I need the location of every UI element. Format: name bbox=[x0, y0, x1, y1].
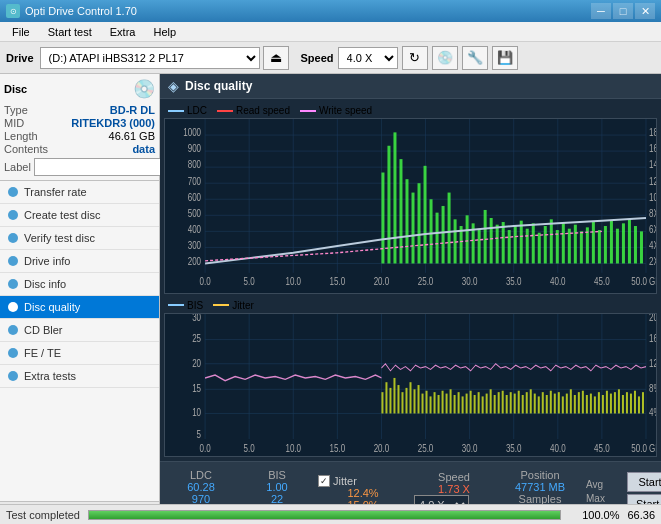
svg-rect-169 bbox=[530, 389, 532, 413]
ldc-avg: 60.28 bbox=[166, 481, 236, 493]
close-button[interactable]: ✕ bbox=[635, 3, 655, 19]
svg-text:12%: 12% bbox=[649, 356, 656, 369]
menu-file[interactable]: File bbox=[4, 24, 38, 40]
svg-rect-137 bbox=[401, 392, 403, 413]
nav-label-drive-info: Drive info bbox=[24, 255, 70, 267]
top-chart-section: LDC Read speed Write speed bbox=[164, 103, 657, 294]
svg-rect-175 bbox=[554, 393, 556, 413]
nav-dot bbox=[8, 371, 18, 381]
avg-row-label: Avg bbox=[586, 479, 621, 493]
svg-rect-71 bbox=[508, 230, 511, 263]
disc-type-row: Type BD-R DL bbox=[4, 104, 155, 116]
svg-rect-178 bbox=[566, 393, 568, 413]
sidebar-item-drive-info[interactable]: Drive info bbox=[0, 250, 159, 273]
sidebar-item-disc-info[interactable]: Disc info bbox=[0, 273, 159, 296]
nav-label-fe-te: FE / TE bbox=[24, 347, 61, 359]
menu-extra[interactable]: Extra bbox=[102, 24, 144, 40]
disc-contents-value: data bbox=[132, 143, 155, 155]
nav-dot bbox=[8, 279, 18, 289]
svg-rect-80 bbox=[562, 223, 565, 263]
svg-text:800: 800 bbox=[188, 158, 201, 170]
sidebar-item-disc-quality[interactable]: Disc quality bbox=[0, 296, 159, 319]
legend-write-speed-color bbox=[300, 110, 316, 112]
legend-jitter-label: Jitter bbox=[232, 300, 254, 311]
svg-rect-135 bbox=[393, 378, 395, 414]
sidebar-item-create-test-disc[interactable]: Create test disc bbox=[0, 204, 159, 227]
svg-rect-179 bbox=[570, 389, 572, 413]
bottom-chart-section: BIS Jitter bbox=[164, 298, 657, 457]
svg-rect-148 bbox=[446, 393, 448, 413]
svg-rect-160 bbox=[494, 395, 496, 413]
svg-rect-76 bbox=[538, 233, 541, 264]
content-title: Disc quality bbox=[185, 79, 252, 93]
svg-text:35.0: 35.0 bbox=[506, 275, 522, 287]
svg-rect-167 bbox=[522, 395, 524, 413]
svg-rect-172 bbox=[542, 392, 544, 413]
start-full-button[interactable]: Start full bbox=[627, 472, 661, 492]
svg-text:25.0: 25.0 bbox=[418, 441, 434, 454]
svg-text:50.0 GB: 50.0 GB bbox=[631, 441, 656, 454]
svg-rect-138 bbox=[405, 388, 407, 414]
save-button[interactable]: 💾 bbox=[492, 46, 518, 70]
refresh-button[interactable]: ↻ bbox=[402, 46, 428, 70]
svg-rect-151 bbox=[458, 392, 460, 413]
sidebar-item-extra-tests[interactable]: Extra tests bbox=[0, 365, 159, 388]
svg-text:16X: 16X bbox=[649, 142, 656, 154]
legend-jitter: Jitter bbox=[213, 300, 254, 311]
sidebar: Disc 💿 Type BD-R DL MID RITEKDR3 (000) L… bbox=[0, 74, 160, 524]
svg-rect-186 bbox=[598, 392, 600, 413]
svg-rect-73 bbox=[520, 221, 523, 264]
speed-select[interactable]: 4.0 X 2.0 X 8.0 X bbox=[338, 47, 398, 69]
svg-text:700: 700 bbox=[188, 174, 201, 186]
svg-rect-188 bbox=[606, 391, 608, 414]
jitter-avg: 12.4% bbox=[318, 487, 408, 499]
bottom-chart-legend: BIS Jitter bbox=[164, 298, 657, 313]
sidebar-item-verify-test-disc[interactable]: Verify test disc bbox=[0, 227, 159, 250]
extra-val: 66.36 bbox=[627, 509, 655, 521]
top-chart-svg: 1000 900 800 700 600 500 400 300 200 bbox=[165, 119, 656, 293]
svg-rect-86 bbox=[598, 230, 601, 263]
legend-ldc-color bbox=[168, 110, 184, 112]
svg-text:4X: 4X bbox=[649, 239, 656, 251]
svg-rect-75 bbox=[532, 223, 535, 263]
drive-select[interactable]: (D:) ATAPI iHBS312 2 PL17 bbox=[40, 47, 260, 69]
sidebar-item-fe-te[interactable]: FE / TE bbox=[0, 342, 159, 365]
top-chart: 1000 900 800 700 600 500 400 300 200 bbox=[164, 118, 657, 294]
svg-rect-173 bbox=[546, 395, 548, 413]
svg-rect-168 bbox=[526, 392, 528, 413]
svg-rect-187 bbox=[602, 395, 604, 413]
nav-label-create-test-disc: Create test disc bbox=[24, 209, 100, 221]
disc-length-label: Length bbox=[4, 130, 38, 142]
sidebar-item-cd-bler[interactable]: CD Bler bbox=[0, 319, 159, 342]
eject-button[interactable]: ⏏ bbox=[263, 46, 289, 70]
menu-start-test[interactable]: Start test bbox=[40, 24, 100, 40]
minimize-button[interactable]: ─ bbox=[591, 3, 611, 19]
svg-text:45.0: 45.0 bbox=[594, 275, 610, 287]
maximize-button[interactable]: □ bbox=[613, 3, 633, 19]
svg-rect-142 bbox=[422, 393, 424, 413]
settings-button[interactable]: 🔧 bbox=[462, 46, 488, 70]
svg-rect-193 bbox=[626, 392, 628, 413]
svg-rect-69 bbox=[496, 225, 499, 264]
jitter-checkbox-row: ✓ Jitter bbox=[318, 475, 408, 487]
sidebar-item-transfer-rate[interactable]: Transfer rate bbox=[0, 181, 159, 204]
svg-text:5.0: 5.0 bbox=[244, 441, 256, 454]
disc-mid-label: MID bbox=[4, 117, 24, 129]
nav-dot bbox=[8, 187, 18, 197]
svg-rect-67 bbox=[484, 210, 487, 264]
jitter-checkbox[interactable]: ✓ bbox=[318, 475, 330, 487]
disc-button[interactable]: 💿 bbox=[432, 46, 458, 70]
svg-text:8X: 8X bbox=[649, 206, 656, 218]
svg-rect-53 bbox=[399, 159, 402, 263]
svg-rect-146 bbox=[438, 395, 440, 413]
svg-rect-150 bbox=[454, 395, 456, 413]
svg-rect-88 bbox=[610, 221, 613, 264]
disc-label-input[interactable] bbox=[34, 158, 178, 176]
menu-help[interactable]: Help bbox=[145, 24, 184, 40]
svg-text:40.0: 40.0 bbox=[550, 441, 566, 454]
titlebar-left: ⊙ Opti Drive Control 1.70 bbox=[6, 4, 137, 18]
svg-rect-140 bbox=[414, 389, 416, 413]
svg-text:45.0: 45.0 bbox=[594, 441, 610, 454]
svg-text:500: 500 bbox=[188, 206, 201, 218]
progress-fill bbox=[89, 511, 560, 519]
